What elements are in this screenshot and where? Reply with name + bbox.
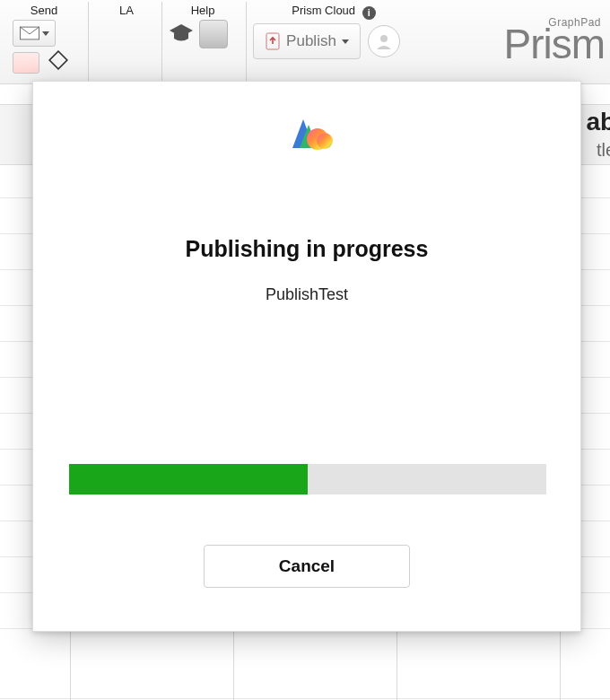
toolbar-group-help: Help [167, 0, 239, 81]
info-icon[interactable]: i [362, 6, 376, 20]
col-separator [70, 628, 71, 700]
obscured-text-right-2: tle [597, 140, 610, 161]
toolbar-group-cloud: Prism Cloud i Publish [253, 0, 414, 83]
col-separator [560, 628, 561, 700]
chevron-down-icon [342, 39, 349, 44]
send-option-button[interactable] [13, 52, 39, 74]
col-separator [396, 628, 397, 700]
chevron-down-icon [42, 31, 49, 36]
upload-icon [265, 31, 281, 51]
cloud-label-text: Prism Cloud [292, 4, 355, 17]
divider [88, 2, 89, 81]
svg-point-5 [317, 133, 333, 149]
dialog-project-name: PublishTest [33, 285, 580, 304]
user-icon [374, 31, 394, 51]
brand-logo: GraphPad Prism [503, 16, 605, 59]
cancel-label: Cancel [279, 556, 335, 576]
send-diamond-button[interactable] [45, 47, 72, 74]
diamond-icon [48, 50, 68, 70]
divider [161, 2, 162, 81]
app-window: Send LA Help [0, 0, 610, 700]
toolbar-group-la: LA [99, 0, 154, 18]
mail-icon [20, 26, 39, 40]
dialog-title: Publishing in progress [33, 236, 580, 262]
publish-progress-dialog: Publishing in progress PublishTest Cance… [32, 81, 581, 632]
help-doc-button[interactable] [199, 20, 228, 48]
send-mail-button[interactable] [13, 20, 56, 47]
publish-label: Publish [286, 32, 336, 50]
toolbar-group-label: LA [119, 0, 134, 17]
svg-point-3 [380, 35, 388, 42]
divider [246, 2, 247, 81]
row-separator [0, 698, 610, 699]
toolbar: Send LA Help [0, 0, 610, 84]
obscured-text-right-1: abl [587, 108, 610, 136]
account-avatar-button[interactable] [368, 25, 400, 57]
svg-rect-1 [49, 51, 67, 69]
toolbar-group-label: Send [30, 0, 57, 17]
brand-big-text: Prism [503, 29, 605, 59]
graduation-cap-icon [168, 22, 195, 46]
toolbar-group-label: Prism Cloud i [292, 0, 375, 20]
cancel-button[interactable]: Cancel [204, 545, 410, 588]
publish-button[interactable]: Publish [253, 23, 361, 59]
toolbar-group-label: Help [191, 0, 215, 17]
progress-bar [69, 464, 546, 494]
prism-cloud-logo-icon [280, 112, 334, 152]
toolbar-group-send: Send [13, 0, 75, 81]
progress-fill [69, 464, 308, 494]
tutorial-button[interactable] [167, 20, 196, 48]
col-separator [233, 628, 234, 700]
